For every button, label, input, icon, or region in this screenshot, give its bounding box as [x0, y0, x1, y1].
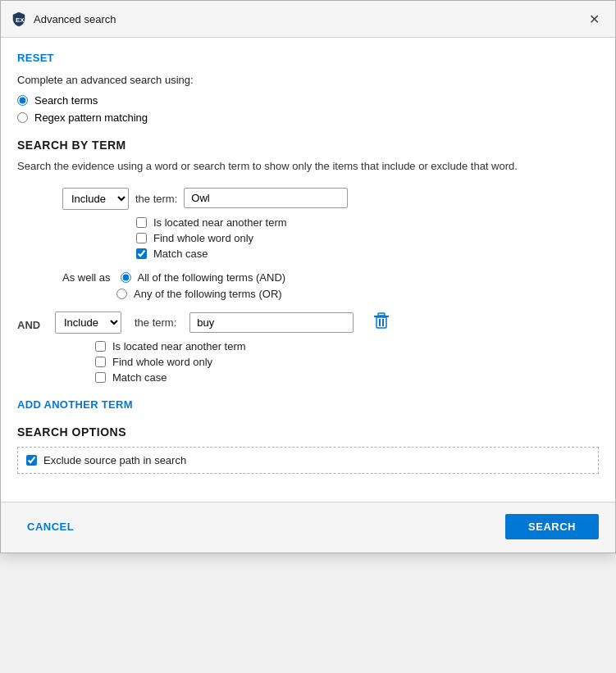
term2-case-option[interactable]: Match case [95, 371, 599, 384]
term1-case-checkbox[interactable] [136, 248, 147, 259]
term1-case-option[interactable]: Match case [136, 248, 599, 260]
term2-whole-label: Find whole word only [112, 356, 212, 368]
search-button[interactable]: SEARCH [505, 514, 599, 539]
radio-search-terms[interactable]: Search terms [17, 94, 599, 107]
radio-search-terms-input[interactable] [17, 95, 28, 106]
as-well-or-label: Any of the following terms (OR) [134, 288, 282, 300]
term2-options: Is located near another term Find whole … [95, 340, 599, 384]
term1-prefix [17, 188, 62, 193]
term2-case-label: Match case [112, 371, 167, 384]
svg-rect-3 [379, 319, 381, 326]
term2-include-select[interactable]: Include Exclude [55, 311, 121, 334]
svg-rect-4 [382, 319, 384, 326]
as-well-or-radio[interactable]: Any of the following terms (OR) [116, 288, 599, 300]
term2-case-checkbox[interactable] [95, 372, 106, 383]
add-another-term-link[interactable]: ADD ANOTHER TERM [17, 398, 133, 411]
term1-near-option[interactable]: Is located near another term [136, 216, 599, 229]
term1-near-label: Is located near another term [153, 216, 287, 229]
exclude-source-label: Exclude source path in search [43, 454, 186, 466]
radio-regex[interactable]: Regex pattern matching [17, 111, 599, 124]
as-well-and-label: All of the following terms (AND) [138, 271, 286, 284]
term2-the-term-label: the term: [128, 311, 183, 334]
titlebar-left: EX Advanced search [11, 11, 116, 27]
radio-regex-input[interactable] [17, 112, 28, 123]
search-options-title: SEARCH OPTIONS [17, 425, 599, 439]
term2-input[interactable] [189, 312, 354, 333]
app-icon: EX [11, 11, 27, 27]
term1-whole-checkbox[interactable] [136, 233, 147, 243]
exclude-source-option[interactable]: Exclude source path in search [17, 447, 599, 474]
dialog-title: Advanced search [34, 13, 116, 25]
dialog-content: RESET Complete an advanced search using:… [1, 38, 615, 487]
as-well-radios: As well as All of the following terms (A… [62, 271, 599, 300]
as-well-label: As well as [62, 271, 111, 284]
dialog-footer: CANCEL SEARCH [1, 502, 615, 552]
term1-include-select[interactable]: Include Exclude [62, 188, 129, 210]
svg-rect-2 [376, 317, 386, 328]
search-by-term-desc: Search the evidence using a word or sear… [17, 158, 599, 175]
term2-and-prefix: AND [17, 314, 48, 331]
term2-near-checkbox[interactable] [95, 341, 106, 352]
term1-row: Include Exclude the term: [17, 188, 599, 210]
trash-icon [373, 316, 390, 333]
titlebar: EX Advanced search ✕ [1, 1, 615, 38]
term2-delete-button[interactable] [367, 308, 396, 337]
term1-near-checkbox[interactable] [136, 217, 147, 228]
term2-near-label: Is located near another term [112, 340, 246, 352]
term1-case-label: Match case [153, 248, 208, 260]
term2-whole-checkbox[interactable] [95, 357, 106, 367]
svg-text:EX: EX [16, 16, 25, 24]
radio-regex-label: Regex pattern matching [34, 111, 148, 124]
cancel-button[interactable]: CANCEL [17, 516, 84, 538]
term2-near-option[interactable]: Is located near another term [95, 340, 599, 352]
term2-and-row: AND Include Exclude the term: [17, 308, 599, 337]
as-well-and-input[interactable] [121, 272, 131, 283]
as-well-section: As well as All of the following terms (A… [62, 271, 599, 300]
term2-whole-option[interactable]: Find whole word only [95, 356, 599, 368]
term1-the-term-label: the term: [129, 188, 184, 210]
search-type-group: Search terms Regex pattern matching [17, 94, 599, 124]
term1-whole-option[interactable]: Find whole word only [136, 232, 599, 244]
reset-link[interactable]: RESET [17, 52, 54, 64]
search-by-term-title: SEARCH BY TERM [17, 139, 599, 152]
term1-whole-label: Find whole word only [153, 232, 253, 244]
term1-input[interactable] [184, 188, 348, 208]
as-well-or-input[interactable] [116, 289, 127, 299]
as-well-and-radio[interactable]: As well as All of the following terms (A… [62, 271, 599, 284]
term1-options: Is located near another term Find whole … [136, 216, 599, 260]
advanced-search-dialog: EX Advanced search ✕ RESET Complete an a… [0, 0, 616, 553]
exclude-source-checkbox[interactable] [26, 455, 37, 466]
radio-search-terms-label: Search terms [34, 94, 98, 107]
complete-text: Complete an advanced search using: [17, 74, 599, 86]
svg-rect-5 [378, 313, 385, 316]
close-button[interactable]: ✕ [582, 7, 605, 30]
